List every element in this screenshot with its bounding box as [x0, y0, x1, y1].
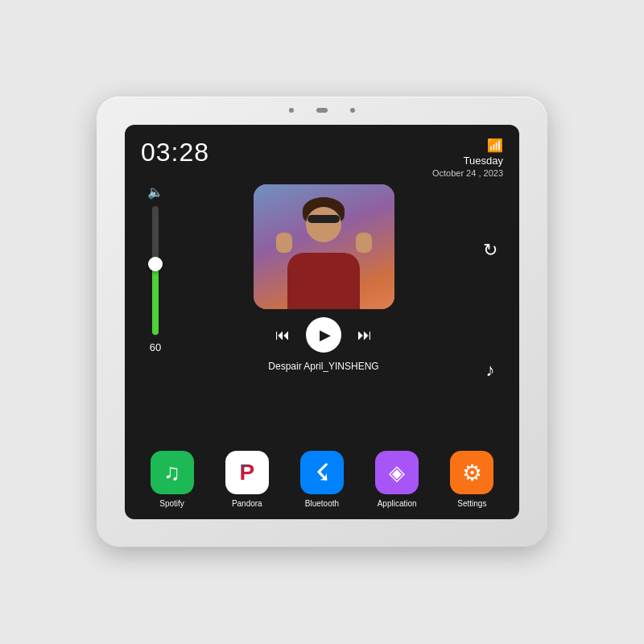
sensor-group: [316, 108, 328, 113]
pandora-p-letter: P: [239, 460, 254, 485]
device-top-bar: [289, 108, 355, 113]
album-art: [254, 184, 394, 309]
volume-control: 🔈 60: [138, 184, 173, 436]
settings-icon: ⚙: [450, 451, 493, 494]
repeat-icon[interactable]: ↻: [483, 240, 497, 261]
status-bar: 03:28 📶 Tuesday October 24 , 2023: [125, 125, 519, 184]
music-note-icon[interactable]: ♪: [486, 360, 495, 381]
volume-value: 60: [150, 341, 161, 353]
person-hand-right: [356, 233, 372, 253]
person-sunglasses: [308, 215, 340, 223]
sensor-rect: [316, 108, 328, 113]
player-controls: ⏮ ▶ ⏭: [254, 317, 394, 353]
application-icon: ◈: [375, 451, 419, 494]
app-item-spotify[interactable]: ♫ Spotify: [151, 451, 194, 508]
player-center: ⏮ ▶ ⏭ Despair April_YINSHENG: [183, 184, 464, 436]
song-title: Despair April_YINSHENG: [268, 361, 378, 372]
app-item-bluetooth[interactable]: ☇ Bluetooth: [300, 451, 344, 508]
app-item-pandora[interactable]: P Pandora: [225, 451, 269, 508]
date-info: 📶 Tuesday October 24 , 2023: [432, 138, 503, 178]
play-icon: ▶: [320, 326, 331, 344]
volume-slider-thumb[interactable]: [148, 257, 163, 271]
application-label: Application: [378, 499, 417, 508]
prev-button[interactable]: ⏮: [275, 327, 290, 344]
pandora-icon: P: [225, 451, 269, 494]
time-display: 03:28: [141, 138, 209, 167]
album-art-bg: [254, 184, 394, 309]
device-frame: 03:28 📶 Tuesday October 24 , 2023 🔈 60: [97, 97, 547, 547]
volume-icon: 🔈: [147, 184, 163, 200]
date-day: Tuesday: [432, 155, 503, 167]
app-grid: ♫ Spotify P Pandora ☇ Bluetooth ◈: [125, 443, 519, 519]
right-icons: ↻ ♪: [474, 184, 506, 436]
person-hand-left: [276, 233, 292, 253]
app-item-settings[interactable]: ⚙ Settings: [450, 451, 493, 508]
app-item-application[interactable]: ◈ Application: [375, 451, 419, 508]
volume-slider-track[interactable]: [152, 206, 159, 335]
bluetooth-icon: ☇: [300, 451, 344, 494]
camera-dot-left: [289, 108, 294, 113]
main-content: 🔈 60: [125, 184, 519, 443]
spotify-icon: ♫: [151, 451, 194, 494]
person-head: [306, 207, 341, 242]
camera-dot-right: [350, 108, 355, 113]
spotify-label: Spotify: [159, 499, 184, 508]
bluetooth-label: Bluetooth: [305, 499, 339, 508]
screen: 03:28 📶 Tuesday October 24 , 2023 🔈 60: [125, 125, 519, 519]
wifi-icon: 📶: [432, 138, 503, 153]
next-button[interactable]: ⏭: [357, 327, 372, 344]
date-full: October 24 , 2023: [432, 168, 503, 178]
pandora-label: Pandora: [232, 499, 262, 508]
settings-label: Settings: [457, 499, 486, 508]
volume-slider-fill: [152, 264, 159, 335]
person-body: [287, 253, 360, 309]
play-button[interactable]: ▶: [306, 317, 341, 353]
